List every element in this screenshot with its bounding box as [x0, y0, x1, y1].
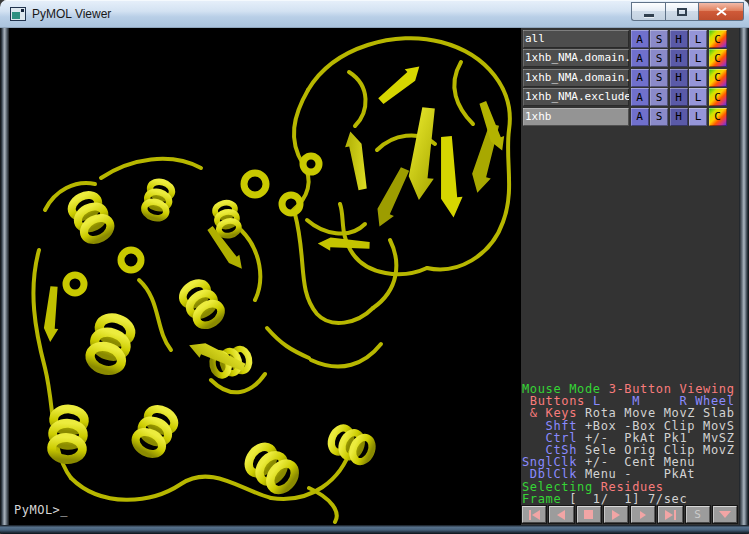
object-list-row: 1xhb_NMA.domain. A S H L C: [521, 49, 739, 67]
object-list-row: 1xhb_NMA.exclude A S H L C: [521, 88, 739, 106]
mouse-panel-line: Frame [ 1/ 1] 7/sec: [522, 493, 739, 505]
show-menu-button[interactable]: S: [650, 30, 668, 48]
object-list-row: 1xhb A S H L C: [521, 108, 739, 126]
show-menu-button[interactable]: S: [650, 69, 668, 87]
window-border-left: [0, 28, 9, 534]
object-name-button[interactable]: all: [523, 30, 629, 48]
play-button[interactable]: [604, 506, 628, 523]
color-menu-button[interactable]: C: [709, 30, 727, 48]
stop-icon: [584, 510, 593, 519]
window-border-right: [739, 28, 749, 534]
close-icon: [716, 7, 727, 16]
label-menu-button[interactable]: L: [689, 88, 707, 106]
play-icon: [612, 510, 620, 520]
playback-menu-icon: [719, 511, 731, 518]
label-menu-button[interactable]: L: [689, 108, 707, 126]
client-area: PyMOL>_ all A S H L C 1xhb_NMA.domain.: [9, 28, 739, 525]
hide-menu-button[interactable]: H: [670, 49, 688, 67]
step-forward-button[interactable]: [631, 506, 655, 523]
color-menu-button[interactable]: C: [709, 108, 727, 126]
close-button[interactable]: [699, 2, 744, 21]
playback-controls: S: [522, 506, 737, 523]
pymol-app-icon[interactable]: [10, 7, 26, 21]
skip-to-end-button[interactable]: [658, 506, 682, 523]
window-border-bottom: [0, 525, 749, 534]
object-list-row: all A S H L C: [521, 30, 739, 48]
skip-to-start-icon: [529, 510, 531, 520]
window-controls: [631, 2, 744, 21]
command-prompt[interactable]: PyMOL>_: [14, 503, 68, 517]
window-title: PyMOL Viewer: [32, 7, 111, 21]
hide-menu-button[interactable]: H: [670, 30, 688, 48]
object-name-button[interactable]: 1xhb_NMA.exclude: [523, 88, 629, 106]
step-back-button[interactable]: [549, 506, 573, 523]
show-menu-button[interactable]: S: [650, 108, 668, 126]
show-menu-button[interactable]: S: [650, 49, 668, 67]
action-menu-button[interactable]: A: [631, 49, 649, 67]
skip-to-start-button[interactable]: [522, 506, 546, 523]
step-back-icon: [557, 510, 565, 520]
object-list-row: 1xhb_NMA.domain. A S H L C: [521, 69, 739, 87]
object-name-button[interactable]: 1xhb: [523, 108, 629, 126]
show-menu-button[interactable]: S: [650, 88, 668, 106]
minimize-button[interactable]: [631, 2, 665, 21]
hide-menu-button[interactable]: H: [670, 88, 688, 106]
object-name-button[interactable]: 1xhb_NMA.domain.: [523, 49, 629, 67]
scene-button-label: S: [694, 508, 701, 521]
minimize-icon: [644, 14, 654, 17]
hide-menu-button[interactable]: H: [670, 108, 688, 126]
protein-cartoon: [9, 28, 520, 525]
object-list: all A S H L C 1xhb_NMA.domain. A S H L: [521, 30, 739, 126]
label-menu-button[interactable]: L: [689, 30, 707, 48]
maximize-icon: [677, 8, 687, 16]
action-menu-button[interactable]: A: [631, 69, 649, 87]
skip-to-end-icon: [665, 510, 673, 520]
mouse-settings-panel[interactable]: Mouse Mode 3-Button Viewing Buttons L M …: [521, 383, 739, 505]
scene-button[interactable]: S: [686, 506, 710, 523]
color-menu-button[interactable]: C: [709, 49, 727, 67]
stop-button[interactable]: [577, 506, 601, 523]
sidebar-spacer: [521, 126, 739, 383]
step-forward-icon: [640, 511, 646, 519]
hide-menu-button[interactable]: H: [670, 69, 688, 87]
color-menu-button[interactable]: C: [709, 69, 727, 87]
label-menu-button[interactable]: L: [689, 49, 707, 67]
object-name-button[interactable]: 1xhb_NMA.domain.: [523, 69, 629, 87]
playback-menu-button[interactable]: [713, 506, 737, 523]
action-menu-button[interactable]: A: [631, 30, 649, 48]
sidebar-panel: all A S H L C 1xhb_NMA.domain. A S H L: [520, 28, 739, 525]
maximize-button[interactable]: [665, 2, 699, 21]
viewport-3d[interactable]: PyMOL>_: [9, 28, 520, 525]
action-menu-button[interactable]: A: [631, 88, 649, 106]
pymol-viewer-window: PyMOL Viewer: [0, 0, 749, 534]
color-menu-button[interactable]: C: [709, 88, 727, 106]
action-menu-button[interactable]: A: [631, 108, 649, 126]
label-menu-button[interactable]: L: [689, 69, 707, 87]
titlebar[interactable]: PyMOL Viewer: [0, 0, 749, 28]
